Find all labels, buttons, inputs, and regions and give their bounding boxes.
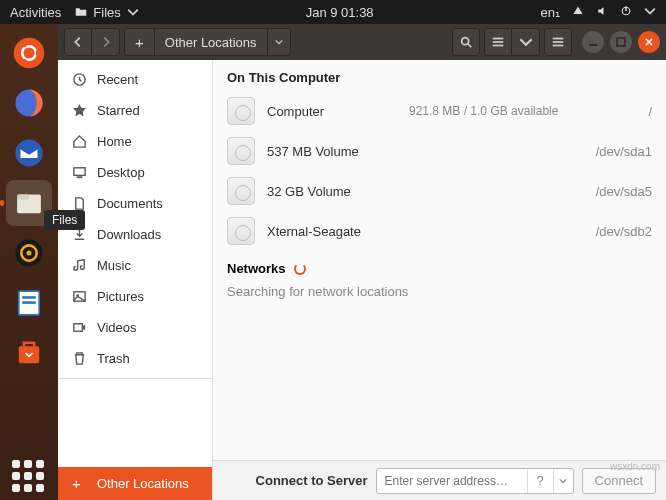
sidebar-item-label: Recent [97, 72, 138, 87]
sidebar-item-label: Starred [97, 103, 140, 118]
search-button[interactable] [452, 28, 480, 56]
network-status-text: Searching for network locations [213, 280, 666, 303]
sidebar-item-trash[interactable]: Trash [58, 343, 212, 374]
app-menu-label: Files [93, 5, 120, 20]
sidebar-item-home[interactable]: Home [58, 126, 212, 157]
server-address-field: ? [376, 468, 574, 494]
dock-ubuntu[interactable] [6, 30, 52, 76]
activities-button[interactable]: Activities [10, 5, 61, 20]
device-name: 32 GB Volume [267, 184, 397, 199]
disk-icon [227, 217, 255, 245]
show-apps-button[interactable] [12, 460, 44, 492]
svg-rect-29 [74, 168, 85, 176]
sidebar-item-label: Home [97, 134, 132, 149]
folder-icon [75, 6, 87, 18]
sidebar-item-label: Documents [97, 196, 163, 211]
svg-point-5 [21, 40, 28, 47]
device-row[interactable]: Computer921.8 MB / 1.0 GB available/ [213, 91, 666, 131]
svg-rect-22 [493, 45, 504, 47]
device-path: /dev/sdb2 [582, 224, 652, 239]
sidebar-item-label: Videos [97, 320, 137, 335]
hamburger-menu-button[interactable] [544, 28, 572, 56]
device-path: / [582, 104, 652, 119]
dock-libreoffice[interactable] [6, 280, 52, 326]
device-row[interactable]: 537 MB Volume/dev/sda1 [213, 131, 666, 171]
pathbar[interactable]: + Other Locations [124, 28, 291, 56]
server-address-input[interactable] [377, 469, 527, 493]
disk-icon [227, 97, 255, 125]
dock-rhythmbox[interactable] [6, 230, 52, 276]
svg-rect-17 [22, 301, 36, 304]
dock-firefox[interactable] [6, 80, 52, 126]
headerbar: + Other Locations [58, 24, 666, 60]
system-menu-chevron-icon[interactable] [644, 5, 656, 20]
sidebar-item-label: Music [97, 258, 131, 273]
disk-icon [227, 137, 255, 165]
close-button[interactable] [638, 31, 660, 53]
clock[interactable]: Jan 9 01:38 [139, 5, 541, 20]
svg-point-19 [462, 38, 469, 45]
dock-thunderbird[interactable] [6, 130, 52, 176]
sidebar-item-pictures[interactable]: Pictures [58, 281, 212, 312]
minimize-button[interactable] [582, 31, 604, 53]
pathbar-location: Other Locations [155, 29, 267, 55]
connect-to-server-bar: Connect to Server ? Connect [213, 460, 666, 500]
sidebar-item-label: Other Locations [97, 476, 189, 491]
connect-label: Connect to Server [256, 473, 368, 488]
view-options-button[interactable] [512, 28, 540, 56]
sidebar-item-label: Downloads [97, 227, 161, 242]
svg-rect-21 [493, 41, 504, 43]
svg-point-8 [15, 139, 42, 166]
sidebar-item-other-locations[interactable]: +Other Locations [58, 467, 212, 500]
svg-rect-33 [74, 324, 82, 332]
svg-rect-1 [625, 6, 627, 11]
sidebar-item-videos[interactable]: Videos [58, 312, 212, 343]
device-free: 921.8 MB / 1.0 GB available [409, 104, 570, 118]
recent-servers-dropdown[interactable] [553, 469, 573, 493]
device-name: 537 MB Volume [267, 144, 397, 159]
app-menu[interactable]: Files [75, 5, 138, 20]
sidebar-item-starred[interactable]: Starred [58, 95, 212, 126]
content-area: On This Computer Computer921.8 MB / 1.0 … [213, 60, 666, 500]
help-icon[interactable]: ? [527, 469, 553, 493]
section-networks: Networks [213, 251, 666, 280]
watermark: wsxdn.com [610, 461, 660, 472]
sidebar-item-recent[interactable]: Recent [58, 64, 212, 95]
device-row[interactable]: 32 GB Volume/dev/sda5 [213, 171, 666, 211]
input-source-indicator[interactable]: en₁ [541, 5, 560, 20]
sidebar-item-desktop[interactable]: Desktop [58, 157, 212, 188]
device-row[interactable]: Xternal-Seagate/dev/sdb2 [213, 211, 666, 251]
plus-icon: + [125, 29, 155, 55]
sidebar-item-music[interactable]: Music [58, 250, 212, 281]
device-name: Xternal-Seagate [267, 224, 397, 239]
svg-point-3 [22, 46, 36, 60]
plus-icon: + [72, 475, 87, 492]
svg-point-13 [26, 250, 31, 255]
launcher-dock [0, 24, 58, 500]
chevron-down-icon [127, 6, 139, 18]
back-button[interactable] [64, 28, 92, 56]
nav-buttons [64, 28, 120, 56]
forward-button[interactable] [92, 28, 120, 56]
pathbar-dropdown[interactable] [267, 29, 290, 55]
svg-point-4 [36, 50, 43, 57]
spinner-icon [294, 263, 306, 275]
svg-rect-10 [17, 195, 29, 200]
maximize-button[interactable] [610, 31, 632, 53]
network-icon[interactable] [572, 5, 584, 20]
places-sidebar: Recent Starred Home Desktop Documents Do… [58, 60, 213, 500]
sidebar-item-label: Pictures [97, 289, 144, 304]
svg-point-6 [21, 59, 28, 66]
device-path: /dev/sda5 [582, 184, 652, 199]
dock-software[interactable] [6, 330, 52, 376]
svg-rect-16 [22, 296, 36, 299]
gnome-top-panel: Activities Files Jan 9 01:38 en₁ [0, 0, 666, 24]
svg-rect-20 [493, 38, 504, 40]
svg-rect-30 [77, 176, 83, 178]
dock-tooltip: Files [44, 210, 85, 230]
volume-icon[interactable] [596, 5, 608, 20]
svg-rect-27 [617, 38, 625, 46]
list-view-button[interactable] [484, 28, 512, 56]
sidebar-separator [58, 378, 212, 379]
power-icon[interactable] [620, 5, 632, 20]
